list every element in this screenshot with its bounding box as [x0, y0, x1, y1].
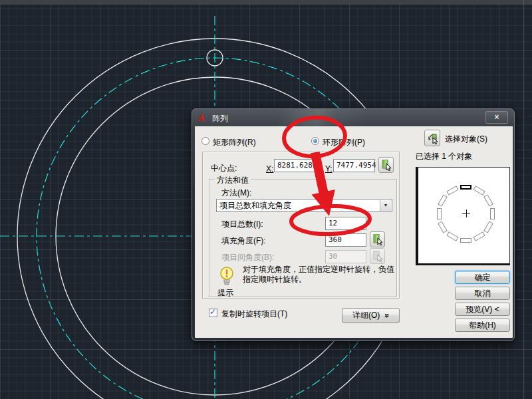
radio-rectangular-label: 矩形阵列(R) — [213, 137, 256, 148]
lightbulb-icon — [219, 266, 235, 288]
pick-center-point-button[interactable] — [378, 157, 394, 173]
preview-array-item — [460, 238, 471, 243]
center-y-input[interactable]: 7477.4954 — [333, 159, 375, 172]
tip-label: 提示 — [217, 287, 233, 299]
help-button[interactable]: 帮助(H) — [455, 319, 510, 332]
array-preview — [416, 167, 510, 265]
preview-array-item — [483, 194, 493, 206]
details-button[interactable]: 详细(O)» — [342, 308, 400, 323]
preview-array-item — [483, 221, 493, 233]
method-values-group: 方法和值 方法(M): 项目总数和填充角度 ▼ 项目总数(I): 12 填充角度… — [209, 179, 397, 297]
item-angle-label: 项目间角度(B): — [221, 252, 274, 263]
preview-array-item — [473, 231, 485, 241]
center-point-label: 中心点: — [211, 163, 237, 174]
item-angle-input: 30 — [325, 250, 366, 263]
preview-array-item — [473, 186, 485, 196]
preview-array-item — [437, 208, 442, 219]
ok-button[interactable]: 确定 — [455, 271, 510, 284]
radio-polar-label: 环形阵列(P) — [323, 137, 365, 148]
center-x-label: X: — [266, 164, 273, 174]
fill-angle-label: 填充角度(F): — [221, 235, 266, 247]
close-icon: × — [494, 112, 499, 122]
preview-array-item — [438, 194, 448, 206]
selection-status: 已选择 1 个对象 — [416, 151, 472, 162]
autocad-icon: A — [198, 112, 209, 123]
pick-point-icon — [373, 234, 382, 245]
total-items-input[interactable]: 12 — [325, 217, 366, 230]
rotate-items-checkbox[interactable]: ✓ — [209, 309, 217, 317]
preview-center-cross — [462, 209, 470, 217]
array-dialog: A 阵列 × 矩形阵列(R) 环形阵列(P) 中心点: X: 8281.6281… — [192, 108, 515, 341]
preview-array-item — [438, 221, 448, 233]
method-values-group-title: 方法和值 — [215, 175, 251, 186]
cancel-button[interactable]: 取消 — [455, 287, 510, 300]
preview-array-item — [460, 185, 471, 190]
select-objects-icon — [428, 132, 438, 144]
center-x-input[interactable]: 8281.6281 — [274, 159, 316, 172]
pick-item-angle-button-disabled — [370, 248, 385, 264]
method-label: 方法(M): — [221, 188, 251, 199]
pick-point-icon — [373, 251, 382, 262]
fill-angle-input[interactable]: 360 — [325, 233, 366, 247]
radio-polar-array[interactable] — [311, 137, 319, 145]
preview-button[interactable]: 预览(V) < — [455, 303, 510, 316]
select-objects-button[interactable] — [424, 130, 440, 146]
parameters-panel: 中心点: X: 8281.6281 Y: 7477.4954 方法和值 方法(M… — [202, 152, 400, 299]
dialog-body: 矩形阵列(R) 环形阵列(P) 中心点: X: 8281.6281 Y: 747… — [195, 126, 513, 338]
checkmark-icon: ✓ — [209, 307, 216, 317]
method-dropdown-value: 项目总数和填充角度 — [219, 201, 291, 211]
total-items-label: 项目总数(I): — [221, 219, 263, 230]
preview-array-item — [446, 186, 458, 196]
preview-array-item — [490, 208, 495, 219]
dropdown-arrow-icon[interactable]: ▼ — [380, 200, 391, 211]
dialog-titlebar[interactable]: A 阵列 × — [192, 109, 514, 126]
center-y-label: Y: — [325, 164, 332, 174]
chevron-double-down-icon: » — [380, 313, 394, 318]
fill-angle-tip-text: 对于填充角度，正值指定逆时针旋转，负值指定顺时针旋转。 — [243, 265, 394, 285]
method-dropdown[interactable]: 项目总数和填充角度 ▼ — [216, 199, 392, 212]
close-button[interactable]: × — [485, 111, 508, 124]
pick-point-icon — [382, 160, 391, 171]
details-button-label: 详细(O) — [352, 311, 380, 320]
dialog-title: 阵列 — [212, 113, 228, 124]
select-objects-label: 选择对象(S) — [445, 134, 487, 145]
pick-fill-angle-button[interactable] — [370, 231, 385, 247]
preview-array-item — [446, 231, 458, 241]
radio-rectangular-array[interactable] — [201, 137, 209, 145]
rotate-items-checkbox-label: 复制时旋转项目(T) — [221, 309, 287, 320]
